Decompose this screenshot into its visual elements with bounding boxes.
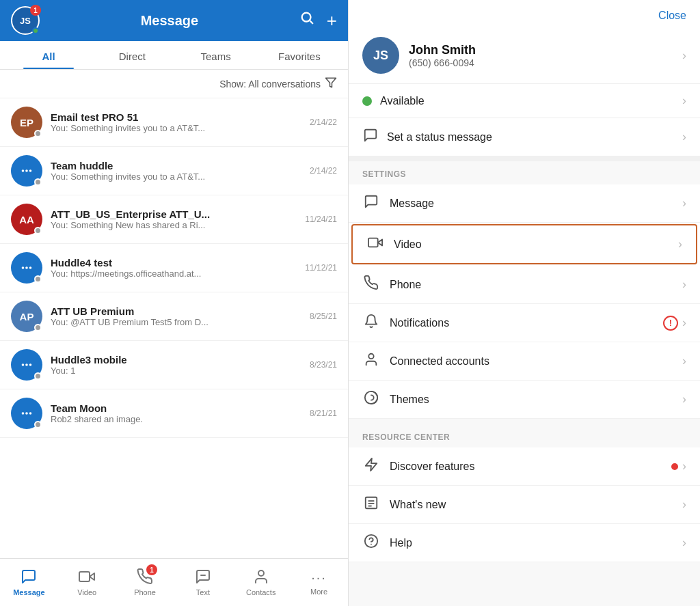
notifications-warning-badge: ! [663,316,678,331]
conv-name: ATT UB Premium [51,305,301,317]
list-item[interactable]: AA ATT_UB_US_Enterprise ATT_U... You: So… [0,195,348,244]
conv-name: Team Moon [51,402,301,414]
resource-list: Discover features › What's new › [349,447,700,562]
online-indicator [34,178,42,186]
avatar: EP [11,107,42,138]
resource-section-label: RESOURCE CENTER [349,424,700,447]
settings-message-label: Message [390,197,673,210]
online-indicator [34,227,42,234]
nav-phone-label: Phone [134,588,156,596]
nav-phone[interactable]: 1 Phone [116,559,174,606]
list-item[interactable]: Team huddle You: Something invites you t… [0,147,348,195]
nav-message[interactable]: Message [0,559,58,606]
online-indicator [34,372,42,380]
availability-dot [362,96,372,106]
right-header: Close [349,0,700,27]
svg-point-11 [29,363,32,366]
conv-preview: You: Something invites you to a AT&T... [51,171,301,182]
list-item[interactable]: Team Moon Rob2 shared an image. 8/21/21 [0,389,348,438]
user-avatar-container[interactable]: JS 1 [11,6,40,35]
filter-icon [325,77,337,91]
settings-connected-icon [362,352,380,370]
settings-discover-row[interactable]: Discover features › [349,447,700,486]
discover-dot [671,463,678,470]
svg-marker-15 [90,573,94,580]
nav-text[interactable]: Text [174,559,232,606]
conv-content: Huddle4 test You: https://meetings.offic… [51,257,297,279]
filter-label: Show: All conversations [219,79,321,89]
nav-contacts[interactable]: Contacts [232,559,290,606]
status-message-row[interactable]: Set a status message › [349,118,700,161]
online-indicator [34,421,42,428]
online-indicator [34,275,42,283]
settings-help-label: Help [390,537,673,549]
availability-row[interactable]: Available › [349,84,700,118]
settings-video-label: Video [394,238,669,251]
svg-rect-20 [368,238,378,247]
avatar: AA [11,204,42,235]
tab-teams[interactable]: Teams [174,41,258,69]
svg-point-4 [25,169,28,172]
conv-content: Email test PRO 51 You: Something invites… [51,111,301,133]
tab-favorites[interactable]: Favorites [258,41,341,69]
phone-badge: 1 [146,564,157,575]
nav-message-label: Message [13,588,44,596]
settings-help-row[interactable]: Help › [349,524,700,562]
availability-chevron: › [682,94,686,108]
profile-section[interactable]: JS John Smith (650) 666-0094 › [349,27,700,84]
message-nav-icon [21,568,37,586]
list-item[interactable]: EP Email test PRO 51 You: Something invi… [0,98,348,147]
nav-video[interactable]: Video [58,559,116,606]
conv-content: ATT UB Premium You: @ATT UB Premium Test… [51,305,301,327]
svg-point-5 [29,169,32,172]
list-item[interactable]: AP ATT UB Premium You: @ATT UB Premium T… [0,292,348,341]
settings-discover-label: Discover features [390,460,662,473]
close-button[interactable]: Close [658,10,686,22]
conv-name: ATT_UB_US_Enterprise ATT_U... [51,208,297,220]
settings-phone-chevron: › [682,277,686,292]
conv-time: 11/24/21 [305,215,337,224]
svg-point-10 [25,363,28,366]
status-message-chevron: › [682,130,686,144]
list-item[interactable]: Huddle4 test You: https://meetings.offic… [0,244,348,292]
avatar-status-dot [32,27,39,34]
conv-content: Team Moon Rob2 shared an image. [51,402,301,424]
svg-point-9 [22,363,25,366]
tab-all[interactable]: All [7,41,90,69]
settings-whatsnew-row[interactable]: What's new › [349,486,700,524]
filter-row[interactable]: Show: All conversations [0,70,348,98]
conversation-tabs: All Direct Teams Favorites [0,41,348,70]
conv-time: 2/14/22 [310,166,337,176]
settings-phone-label: Phone [390,279,673,291]
conv-preview: You: 1 [51,366,301,376]
avatar: AP [11,301,42,332]
list-item[interactable]: Huddle3 mobile You: 1 8/23/21 [0,341,348,389]
settings-connected-row[interactable]: Connected accounts › [349,342,700,381]
settings-connected-chevron: › [682,354,686,368]
bottom-nav: Message Video 1 Phone [0,558,348,606]
settings-video-row[interactable]: Video › [351,224,697,264]
conv-time: 8/21/21 [310,409,337,418]
settings-message-row[interactable]: Message › [349,184,700,223]
settings-whatsnew-icon [362,495,380,514]
nav-video-label: Video [77,588,96,596]
settings-help-icon [362,534,380,552]
settings-phone-row[interactable]: Phone › [349,266,700,304]
settings-themes-row[interactable]: Themes › [349,381,700,419]
settings-connected-label: Connected accounts [390,355,673,368]
settings-whatsnew-label: What's new [390,499,673,511]
settings-phone-icon [362,275,380,294]
conv-name: Team huddle [51,160,301,171]
add-icon[interactable]: + [327,10,337,31]
search-icon[interactable] [299,10,314,31]
conv-name: Huddle3 mobile [51,354,301,366]
avatar [11,349,42,381]
nav-more-label: More [310,588,327,596]
nav-more[interactable]: ··· More [290,559,348,606]
tab-direct[interactable]: Direct [90,41,174,69]
message-header: JS 1 Message + [0,0,348,41]
settings-notifications-row[interactable]: Notifications ! › [349,304,700,342]
more-nav-icon: ··· [311,570,327,586]
conv-time: 11/12/21 [305,263,337,273]
nav-text-label: Text [196,588,210,596]
